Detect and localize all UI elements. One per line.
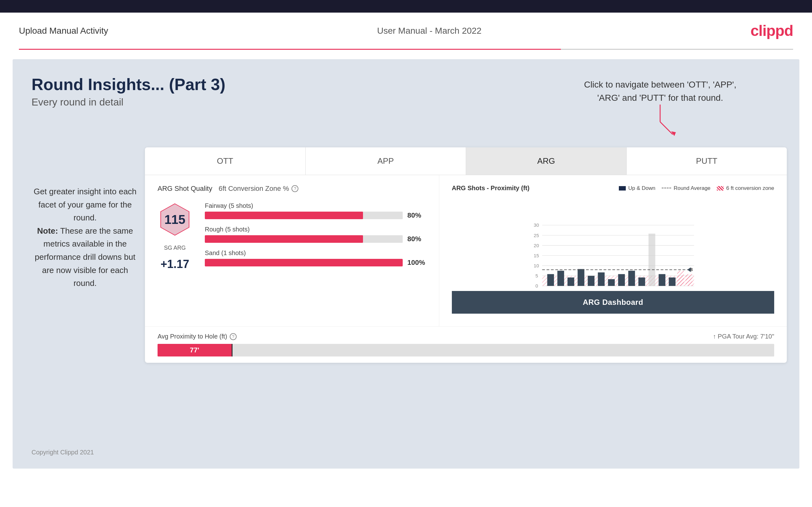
svg-text:30: 30	[534, 222, 539, 228]
bar-sand: 100%	[205, 259, 426, 267]
legend-hatched-box	[717, 186, 724, 190]
legend-round-avg: Round Average	[662, 185, 711, 191]
proximity-bar-track: 77'	[158, 344, 774, 356]
shot-row-rough: Rough (5 shots) 80%	[205, 226, 426, 243]
section-header: ARG Shot Quality 6ft Conversion Zone % ?	[158, 184, 426, 193]
bar-track-fairway	[205, 212, 403, 219]
svg-rect-21	[557, 271, 564, 286]
card-area: OTT APP ARG PUTT ARG Shot Quality 6ft Co…	[145, 148, 787, 363]
pga-avg-label: ↑ PGA Tour Avg: 7'10"	[713, 333, 774, 340]
sg-label: SG ARG	[164, 245, 186, 251]
shot-label-rough: Rough (5 shots)	[205, 226, 426, 233]
shot-row-sand: Sand (1 shots) 100%	[205, 249, 426, 267]
insight-text: Get greater insight into each facet of y…	[32, 185, 139, 290]
proximity-section: Avg Proximity to Hole (ft) ? ↑ PGA Tour …	[145, 326, 787, 363]
bar-fill-rough	[205, 235, 363, 243]
svg-text:5: 5	[535, 273, 538, 278]
svg-text:15: 15	[534, 253, 539, 258]
legend-updown: Up & Down	[619, 185, 655, 191]
tab-putt[interactable]: PUTT	[627, 148, 787, 175]
insight-main-text: Get greater insight into each facet of y…	[34, 187, 137, 222]
svg-text:25: 25	[534, 233, 539, 238]
svg-rect-27	[618, 274, 624, 286]
bar-fill-sand	[205, 259, 403, 267]
main-content: Round Insights... (Part 3) Every round i…	[13, 59, 799, 468]
header: Upload Manual Activity User Manual - Mar…	[0, 13, 812, 49]
proximity-header: Avg Proximity to Hole (ft) ? ↑ PGA Tour …	[158, 333, 774, 340]
shot-label-fairway: Fairway (5 shots)	[205, 202, 426, 210]
bar-track-rough	[205, 235, 403, 243]
bar-pct-sand: 100%	[407, 259, 426, 267]
chart-title: ARG Shots - Proximity (ft)	[452, 184, 530, 192]
tab-arg[interactable]: ARG	[466, 148, 627, 175]
chart-legend: Up & Down Round Average 6 ft conversion …	[619, 185, 774, 191]
svg-rect-22	[567, 277, 574, 286]
proximity-label: Avg Proximity to Hole (ft) ?	[158, 333, 237, 340]
tabs-container: OTT APP ARG PUTT	[145, 148, 787, 175]
top-bar	[0, 0, 812, 13]
bar-rough: 80%	[205, 235, 426, 243]
svg-rect-34	[686, 274, 692, 286]
score-area: 115 SG ARG +1.17 Fairway (5 shots)	[158, 202, 426, 273]
svg-text:20: 20	[534, 243, 539, 248]
tab-ott[interactable]: OTT	[145, 148, 306, 175]
shot-quality: Fairway (5 shots) 80% Rough (5 shots)	[205, 202, 426, 273]
legend-updown-box	[619, 186, 626, 190]
svg-text:0: 0	[535, 283, 538, 288]
footer-copyright: Copyright Clippd 2021	[32, 449, 94, 456]
card-body: ARG Shot Quality 6ft Conversion Zone % ?…	[145, 175, 787, 326]
svg-text:10: 10	[534, 263, 539, 268]
svg-rect-26	[608, 279, 614, 286]
svg-rect-28	[628, 271, 635, 286]
help-icon[interactable]: ?	[292, 185, 298, 192]
chart-svg: 0 5 10 15 20 25 30	[452, 196, 774, 291]
insight-note-label: Note:	[37, 226, 58, 235]
svg-rect-32	[669, 277, 675, 286]
arg-dashboard-button[interactable]: ARG Dashboard	[452, 291, 774, 314]
right-panel: ARG Shots - Proximity (ft) Up & Down Rou…	[439, 175, 787, 326]
hexagon-score-value: 115	[164, 213, 186, 227]
svg-rect-33	[677, 271, 684, 286]
left-panel: ARG Shot Quality 6ft Conversion Zone % ?…	[145, 175, 439, 326]
legend-conversion: 6 ft conversion zone	[717, 185, 774, 191]
bar-track-sand	[205, 259, 403, 267]
svg-rect-25	[598, 272, 604, 286]
svg-marker-37	[687, 267, 691, 272]
hexagon-container: 115 SG ARG +1.17	[158, 202, 192, 271]
svg-rect-20	[547, 274, 554, 286]
tab-app[interactable]: APP	[306, 148, 466, 175]
chart-area: 0 5 10 15 20 25 30	[452, 196, 774, 291]
logo-area: clippd	[751, 22, 793, 39]
section-title: ARG Shot Quality	[158, 184, 212, 193]
legend-dashed-line	[662, 188, 671, 189]
shot-label-sand: Sand (1 shots)	[205, 249, 426, 257]
proximity-bar-fill: 77'	[158, 344, 232, 356]
arrow-annotation	[641, 105, 679, 136]
svg-line-1	[660, 122, 673, 134]
header-divider	[19, 49, 793, 50]
score-hexagon: 115	[158, 202, 192, 237]
navigate-hint: Click to navigate between 'OTT', 'APP', …	[584, 78, 737, 140]
sg-value: +1.17	[160, 258, 189, 271]
bar-pct-rough: 80%	[407, 235, 426, 243]
manual-title: User Manual - March 2022	[377, 26, 481, 36]
svg-rect-29	[639, 277, 645, 286]
svg-rect-30	[649, 234, 655, 286]
clippd-logo: clippd	[751, 22, 793, 39]
navigate-hint-line1: Click to navigate between 'OTT', 'APP',	[584, 78, 737, 91]
page-breadcrumb: Upload Manual Activity	[19, 26, 108, 36]
section-subtitle: 6ft Conversion Zone % ?	[219, 184, 299, 193]
bar-fairway: 80%	[205, 211, 426, 220]
svg-rect-31	[659, 274, 665, 286]
proximity-cursor	[232, 344, 233, 356]
bar-pct-fairway: 80%	[407, 211, 426, 220]
svg-rect-24	[588, 276, 594, 286]
navigate-hint-line2: 'ARG' and 'PUTT' for that round.	[584, 91, 737, 105]
proximity-help-icon[interactable]: ?	[230, 333, 237, 340]
shot-row-fairway: Fairway (5 shots) 80%	[205, 202, 426, 220]
svg-rect-23	[577, 269, 584, 286]
chart-header: ARG Shots - Proximity (ft) Up & Down Rou…	[452, 184, 774, 192]
bar-fill-fairway	[205, 212, 363, 219]
